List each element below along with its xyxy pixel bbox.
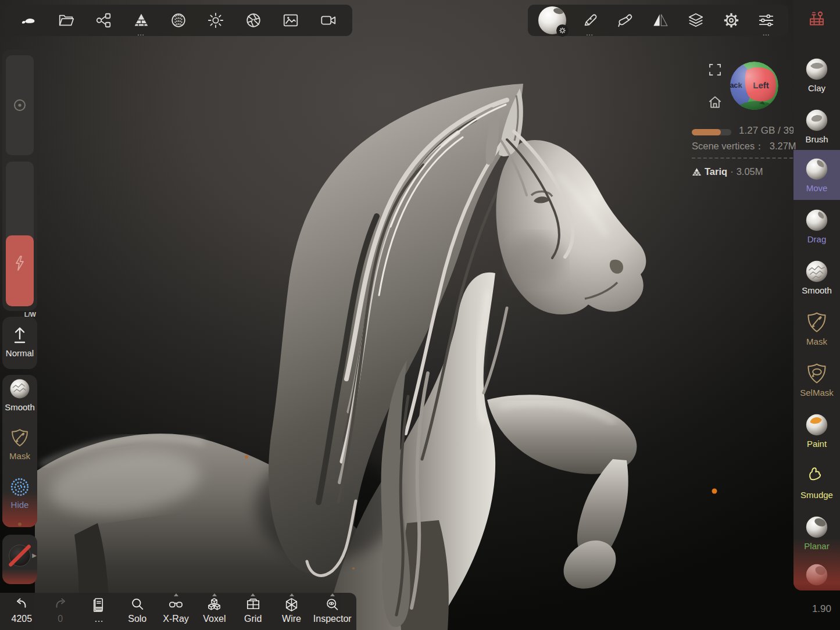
tool-item-mask[interactable]: Mask <box>793 303 840 353</box>
chevron-right-icon: ▶ <box>32 552 37 559</box>
undo-count: 4205 <box>12 614 33 624</box>
disabled-sphere-icon <box>7 543 33 568</box>
tool-item-drag[interactable]: Drag <box>793 201 840 251</box>
caret-up-icon <box>289 593 294 596</box>
intensity-bolt-icon <box>6 255 34 272</box>
tool-item-clay[interactable]: Clay <box>793 50 840 100</box>
hide-dotted-icon <box>9 476 31 498</box>
lighting-sun-icon[interactable] <box>202 7 229 34</box>
object-row[interactable]: Tariq · 3.05M <box>692 166 763 177</box>
drag-sphere-icon <box>805 209 828 232</box>
wire-button[interactable]: Wire <box>275 593 309 630</box>
redo-count: 0 <box>58 614 63 624</box>
smooth-sphere-icon <box>805 260 828 283</box>
more-indicator: … <box>753 31 780 35</box>
stroke-mode-label: Normal <box>2 348 37 358</box>
gizmo-icon-partial[interactable] <box>9 517 31 527</box>
tool-item-move[interactable]: Move <box>793 150 840 200</box>
partial-sphere-icon <box>805 563 828 586</box>
navigation-ball[interactable]: Left ack <box>729 60 780 111</box>
nomad-sculpt-app: 1.90 … <box>0 0 840 630</box>
radius-slider[interactable] <box>6 55 34 155</box>
panel-scroll-fade <box>2 569 37 584</box>
stroke-mode-panel[interactable]: Normal <box>2 317 37 369</box>
selmask-shield-icon <box>805 362 828 385</box>
layers-icon[interactable] <box>682 7 709 34</box>
tool-item-next-partial[interactable] <box>793 559 840 590</box>
caret-up-icon <box>174 593 178 596</box>
paint-sphere-icon <box>805 413 828 436</box>
tool-item-brush[interactable]: Brush <box>793 101 840 151</box>
top-right-toolbar: … … <box>528 5 788 36</box>
redo-button[interactable]: 0 <box>44 593 77 630</box>
files-folder-icon[interactable] <box>53 7 80 34</box>
material-gear-badge <box>556 24 569 37</box>
radius-icon <box>12 98 27 113</box>
normal-arrow-icon <box>11 325 28 345</box>
tool-item-selmask[interactable]: SelMask <box>793 355 840 405</box>
tool-item-smooth[interactable]: Smooth <box>793 252 840 302</box>
home-view-icon[interactable] <box>707 94 723 110</box>
history-button[interactable]: … <box>82 593 116 630</box>
paintbrush-icon[interactable] <box>612 7 638 34</box>
stroke-marker-dot <box>712 489 717 494</box>
memory-usage-bar <box>692 129 731 135</box>
stats-divider <box>692 158 793 159</box>
scene-vertices-value: 3.27M <box>770 141 796 151</box>
fullscreen-icon[interactable] <box>707 62 723 78</box>
scene-vertices-label: Scene vertices： <box>692 141 764 151</box>
undo-button[interactable]: 4205 <box>5 593 38 630</box>
tool-item-planar[interactable]: Planar <box>793 508 840 558</box>
material-off-panel[interactable]: ▶ <box>2 535 37 584</box>
sliders-icon[interactable]: … <box>753 7 780 34</box>
mask-shield-icon <box>805 311 828 334</box>
more-indicator: … <box>577 31 603 35</box>
object-vertex-count: 3.05M <box>737 166 763 177</box>
history-more: … <box>94 614 103 624</box>
mesh-pyramid-icon <box>692 167 702 176</box>
smooth-sphere-icon <box>9 378 31 400</box>
scene-vertices: Scene vertices：3.27M <box>692 140 796 153</box>
caret-up-icon <box>251 593 255 596</box>
material-hatch-sphere-icon[interactable] <box>165 7 192 34</box>
inspector-button[interactable]: Inspector <box>313 593 352 630</box>
voxel-button[interactable]: Voxel <box>198 593 231 630</box>
background-image-icon[interactable] <box>277 7 304 34</box>
tool-item-smudge[interactable]: Smudge <box>793 457 840 507</box>
move-sphere-icon <box>805 158 828 181</box>
bottom-toolbar: 4205 0 … Solo X-Ray Voxel Grid <box>0 593 356 630</box>
material-ball-icon <box>538 6 566 34</box>
quick-tools-panel: Smooth Mask Hide <box>2 375 37 527</box>
scene-graph-icon[interactable] <box>90 7 117 34</box>
zoom-scale-indicator: 1.90 <box>798 603 831 615</box>
brush-sphere-icon <box>805 109 828 132</box>
object-separator: · <box>730 166 734 177</box>
intensity-slider[interactable] <box>6 162 34 306</box>
grid-button[interactable]: Grid <box>236 593 270 630</box>
clay-sphere-icon <box>805 58 828 81</box>
camera-video-icon[interactable] <box>315 7 342 34</box>
solo-button[interactable]: Solo <box>120 593 154 630</box>
memory-usage-text: 1.27 GB / 391 MB <box>739 125 793 139</box>
xray-button[interactable]: X-Ray <box>159 593 193 630</box>
smudge-finger-icon <box>805 464 828 488</box>
toolbox-icon[interactable] <box>804 6 830 31</box>
more-indicator: … <box>128 31 155 35</box>
topology-pyramid-icon[interactable]: … <box>128 7 155 34</box>
brush-settings-panel: L/W ▶ Sym <box>2 49 37 311</box>
top-left-toolbar: … <box>5 5 352 36</box>
settings-gear-icon[interactable] <box>718 7 745 34</box>
object-name: Tariq <box>705 166 727 177</box>
tool-item-paint[interactable]: Paint <box>793 406 840 456</box>
symmetry-mirror-icon[interactable] <box>647 7 674 34</box>
pencil-tool-icon[interactable]: … <box>577 7 603 34</box>
caret-up-icon <box>212 593 217 596</box>
planar-sphere-icon <box>805 516 828 539</box>
memory-usage-fill <box>692 129 721 135</box>
nomad-logo-icon[interactable] <box>15 7 42 34</box>
mask-shield-icon <box>9 427 31 449</box>
caret-up-icon <box>330 593 335 596</box>
material-ball-button[interactable] <box>537 7 568 34</box>
postprocess-aperture-icon[interactable] <box>240 7 267 34</box>
